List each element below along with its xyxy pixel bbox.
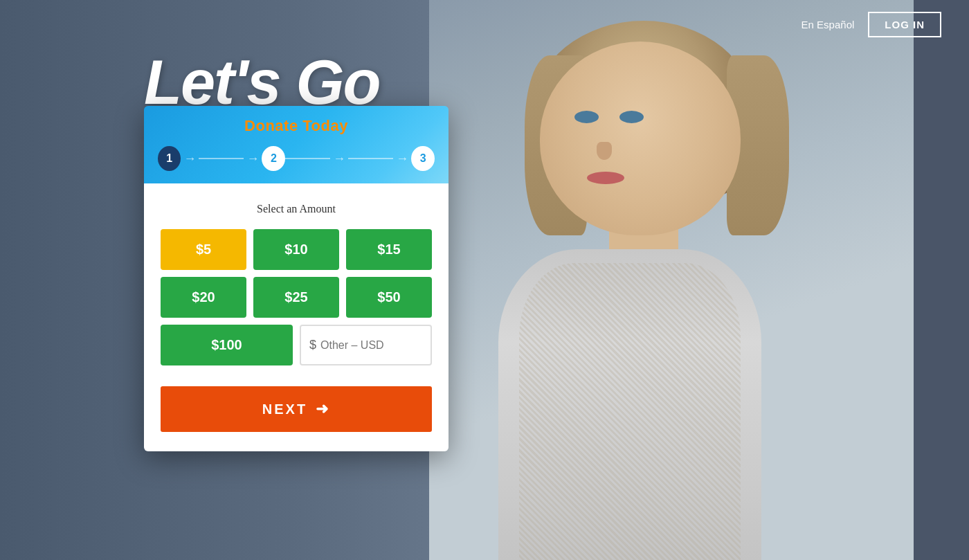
step-arrow-4: → — [396, 152, 408, 165]
step-line-2 — [285, 158, 330, 159]
step-arrow-1: → — [183, 152, 196, 165]
donation-card: Donate Today 1 → → 2 → → 3 Select an Amo… — [144, 106, 449, 451]
step-1: 1 — [158, 146, 181, 171]
step-line-3 — [348, 158, 393, 159]
lang-link[interactable]: En Español — [802, 19, 855, 30]
step-arrow-2: → — [246, 152, 259, 165]
next-button[interactable]: NEXT ➜ — [161, 386, 432, 432]
next-arrow-icon: ➜ — [316, 400, 330, 418]
hero-image — [429, 0, 914, 560]
steps-progress: 1 → → 2 → → 3 — [158, 146, 435, 183]
amount-btn-25[interactable]: $25 — [253, 277, 339, 318]
card-body: Select an Amount $5 $10 $15 $20 $25 $50 … — [144, 183, 449, 451]
amount-btn-10[interactable]: $10 — [253, 229, 339, 270]
amount-label: Select an Amount — [161, 203, 432, 215]
step-line-1 — [199, 158, 244, 159]
card-title: Donate Today — [158, 117, 435, 135]
step-3: 3 — [411, 146, 435, 171]
dollar-sign: $ — [309, 338, 316, 352]
card-header: Donate Today 1 → → 2 → → 3 — [144, 106, 449, 183]
amount-btn-20[interactable]: $20 — [161, 277, 246, 318]
next-label: NEXT — [262, 401, 307, 417]
step-2: 2 — [262, 146, 285, 171]
step-arrow-3: → — [333, 152, 345, 165]
amounts-row-3: $100 $ — [161, 325, 432, 365]
other-amount-wrapper: $ — [300, 325, 432, 365]
amount-btn-15[interactable]: $15 — [346, 229, 432, 270]
amounts-row-2: $20 $25 $50 — [161, 277, 432, 318]
login-button[interactable]: LOG IN — [868, 12, 941, 37]
amount-btn-5[interactable]: $5 — [161, 229, 246, 270]
amount-btn-100[interactable]: $100 — [161, 325, 293, 365]
amounts-row-1: $5 $10 $15 — [161, 229, 432, 270]
other-amount-input[interactable] — [320, 331, 422, 360]
amount-btn-50[interactable]: $50 — [346, 277, 432, 318]
top-nav: En Español LOG IN — [0, 0, 969, 48]
